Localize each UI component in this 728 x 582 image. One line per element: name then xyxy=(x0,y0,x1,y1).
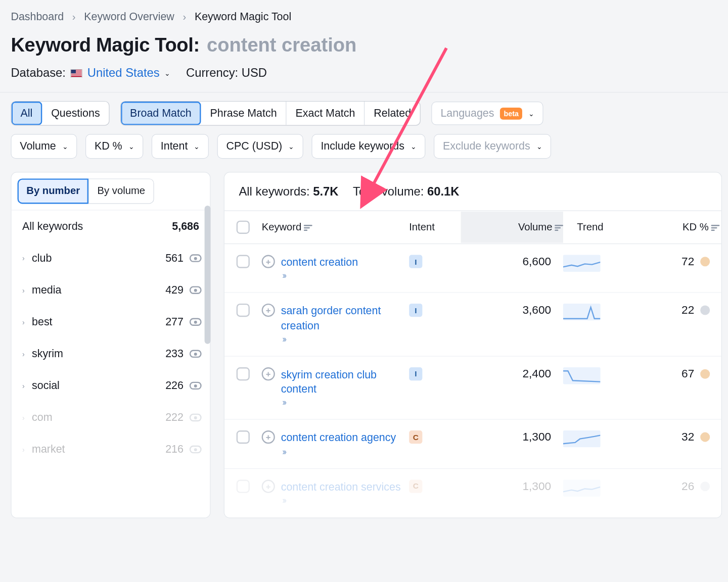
match-tabs: Broad Match Phrase Match Exact Match Rel… xyxy=(120,101,421,126)
sidebar-item-social[interactable]: ›social226 xyxy=(12,370,210,402)
more-chevron-icon[interactable]: ›› xyxy=(282,495,285,505)
tab-phrase-match[interactable]: Phrase Match xyxy=(201,102,287,125)
eye-icon[interactable] xyxy=(190,414,202,421)
row-checkbox[interactable] xyxy=(237,304,250,317)
eye-icon[interactable] xyxy=(190,350,202,358)
keyword-link[interactable]: skyrim creation club content xyxy=(281,367,409,397)
tab-by-volume[interactable]: By volume xyxy=(88,178,154,204)
kd-value: 72 xyxy=(681,255,694,268)
database-selector[interactable]: United States ⌄ xyxy=(87,66,170,80)
total-volume: 60.1K xyxy=(427,184,460,198)
scrollbar[interactable] xyxy=(205,206,211,344)
volume-value: 1,300 xyxy=(522,479,551,492)
filter-volume[interactable]: Volume⌄ xyxy=(11,134,77,159)
sidebar-item-club[interactable]: ›club561 xyxy=(12,243,210,274)
keyword-link[interactable]: content creation services xyxy=(281,479,401,494)
table-row: +content creation services››C1,30026 xyxy=(224,469,721,518)
add-keyword-icon[interactable]: + xyxy=(262,304,275,317)
group-name: social xyxy=(32,379,60,392)
tab-all[interactable]: All xyxy=(12,102,42,125)
languages-dropdown[interactable]: Languages beta ⌄ xyxy=(432,102,543,125)
beta-badge: beta xyxy=(500,107,522,119)
add-keyword-icon[interactable]: + xyxy=(262,479,275,493)
filter-include-keywords[interactable]: Include keywords⌄ xyxy=(312,134,426,159)
more-chevron-icon[interactable]: ›› xyxy=(282,397,285,407)
sidebar-item-best[interactable]: ›best277 xyxy=(12,306,210,338)
intent-badge: I xyxy=(409,255,422,268)
currency-label: Currency: xyxy=(186,66,238,79)
sidebar-item-com[interactable]: ›com222 xyxy=(12,402,210,433)
add-keyword-icon[interactable]: + xyxy=(262,255,275,268)
filter-kd[interactable]: KD %⌄ xyxy=(85,134,143,159)
chevron-right-icon: › xyxy=(183,11,186,23)
more-chevron-icon[interactable]: ›› xyxy=(282,270,285,280)
kd-value: 32 xyxy=(681,431,694,444)
select-all-checkbox[interactable] xyxy=(237,221,250,234)
kd-value: 26 xyxy=(681,479,694,493)
add-keyword-icon[interactable]: + xyxy=(262,367,275,380)
eye-icon[interactable] xyxy=(190,446,202,453)
tab-questions[interactable]: Questions xyxy=(42,102,109,125)
chevron-right-icon: › xyxy=(22,286,25,295)
tab-by-number[interactable]: By number xyxy=(18,178,88,204)
trend-sparkline xyxy=(563,431,601,448)
eye-icon[interactable] xyxy=(190,286,202,294)
sidebar-item-skyrim[interactable]: ›skyrim233 xyxy=(12,338,210,370)
chevron-right-icon: › xyxy=(22,445,25,454)
title-label: Keyword Magic Tool: xyxy=(11,34,199,57)
group-name: skyrim xyxy=(32,348,63,360)
filter-exclude-keywords[interactable]: Exclude keywords⌄ xyxy=(434,134,551,159)
row-checkbox[interactable] xyxy=(237,367,250,380)
keyword-link[interactable]: content creation xyxy=(281,255,358,270)
chevron-right-icon: › xyxy=(22,254,25,263)
more-chevron-icon[interactable]: ›› xyxy=(282,333,285,344)
col-keyword[interactable]: Keyword xyxy=(262,212,410,243)
page-title: Keyword Magic Tool: content creation xyxy=(11,34,728,57)
col-trend[interactable]: Trend xyxy=(563,212,617,243)
sidebar-item-market[interactable]: ›market216 xyxy=(12,433,210,465)
group-count: 222 xyxy=(165,411,184,424)
group-count: 233 xyxy=(165,348,184,360)
tab-broad-match[interactable]: Broad Match xyxy=(121,102,201,125)
table-row: +content creation››I6,60072 xyxy=(224,244,721,293)
sidebar-item-media[interactable]: ›media429 xyxy=(12,274,210,306)
more-chevron-icon[interactable]: ›› xyxy=(282,446,285,456)
row-checkbox[interactable] xyxy=(237,255,250,268)
filter-intent[interactable]: Intent⌄ xyxy=(152,134,209,159)
keyword-link[interactable]: sarah gorder content creation xyxy=(281,304,409,333)
keyword-link[interactable]: content creation agency xyxy=(281,431,396,446)
caret-down-icon: ⌄ xyxy=(288,142,294,151)
volume-value: 1,300 xyxy=(522,431,551,444)
filter-cpc[interactable]: CPC (USD)⌄ xyxy=(217,134,303,159)
scope-tabs: All Questions xyxy=(11,101,109,126)
row-checkbox[interactable] xyxy=(237,431,250,444)
col-volume[interactable]: Volume xyxy=(461,212,563,243)
group-name: best xyxy=(32,316,52,328)
trend-sparkline xyxy=(563,304,601,320)
intent-badge: C xyxy=(409,479,422,493)
crumb-keyword-overview[interactable]: Keyword Overview xyxy=(84,11,174,23)
caret-down-icon: ⌄ xyxy=(128,142,134,151)
currency-value: USD xyxy=(242,66,267,79)
group-count: 561 xyxy=(165,252,184,265)
chevron-right-icon: › xyxy=(22,381,25,390)
title-term: content creation xyxy=(207,34,356,57)
table-row: +skyrim creation club content››I2,40067 xyxy=(224,357,721,420)
total-keywords: 5.7K xyxy=(313,184,338,198)
eye-icon[interactable] xyxy=(190,254,202,262)
row-checkbox[interactable] xyxy=(237,479,250,493)
database-label: Database: xyxy=(11,66,65,80)
col-intent[interactable]: Intent xyxy=(409,212,461,243)
intent-badge: I xyxy=(409,304,422,317)
table-row: +content creation agency››C1,30032 xyxy=(224,420,721,469)
chevron-right-icon: › xyxy=(22,413,25,422)
eye-icon[interactable] xyxy=(190,318,202,326)
tab-exact-match[interactable]: Exact Match xyxy=(287,102,365,125)
trend-sparkline xyxy=(563,367,601,384)
tab-related[interactable]: Related xyxy=(365,102,420,125)
add-keyword-icon[interactable]: + xyxy=(262,431,275,444)
col-kd[interactable]: KD % xyxy=(617,212,719,243)
crumb-dashboard[interactable]: Dashboard xyxy=(11,11,64,23)
caret-down-icon: ⌄ xyxy=(194,142,200,151)
eye-icon[interactable] xyxy=(190,382,202,390)
